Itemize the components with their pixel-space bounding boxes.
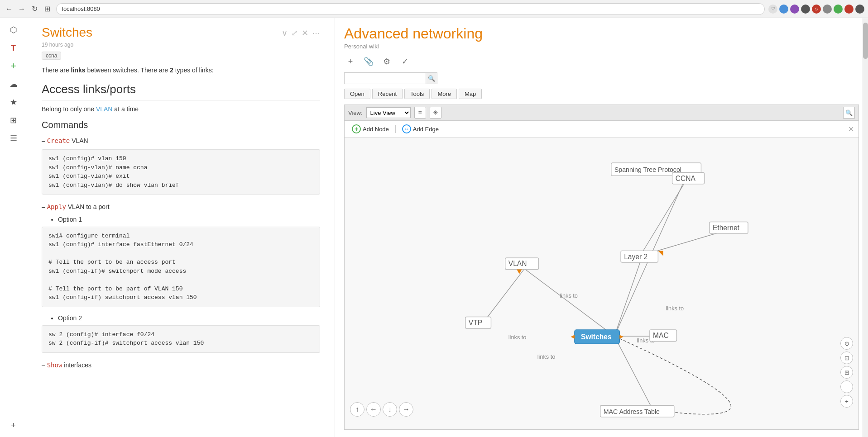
- forward-button[interactable]: →: [16, 4, 27, 14]
- ext3-icon[interactable]: [801, 5, 810, 14]
- bookmark-icon[interactable]: ♡: [768, 5, 777, 14]
- ext4-icon[interactable]: S: [812, 5, 821, 14]
- ext8-icon[interactable]: [855, 5, 864, 14]
- address-bar[interactable]: [56, 3, 765, 15]
- nav-buttons: ← → ↻ ⊞: [4, 4, 53, 14]
- apps-button[interactable]: ⊞: [42, 4, 53, 14]
- ext7-icon[interactable]: [844, 5, 854, 14]
- ext5-icon[interactable]: [823, 5, 832, 14]
- reload-button[interactable]: ↻: [29, 4, 40, 14]
- ext6-icon[interactable]: [834, 5, 843, 14]
- ext1-icon[interactable]: [779, 5, 788, 14]
- ext2-icon[interactable]: [790, 5, 799, 14]
- browser-chrome: ← → ↻ ⊞ ♡ S: [0, 0, 868, 18]
- back-button[interactable]: ←: [4, 4, 14, 14]
- browser-icons: ♡ S: [768, 5, 864, 14]
